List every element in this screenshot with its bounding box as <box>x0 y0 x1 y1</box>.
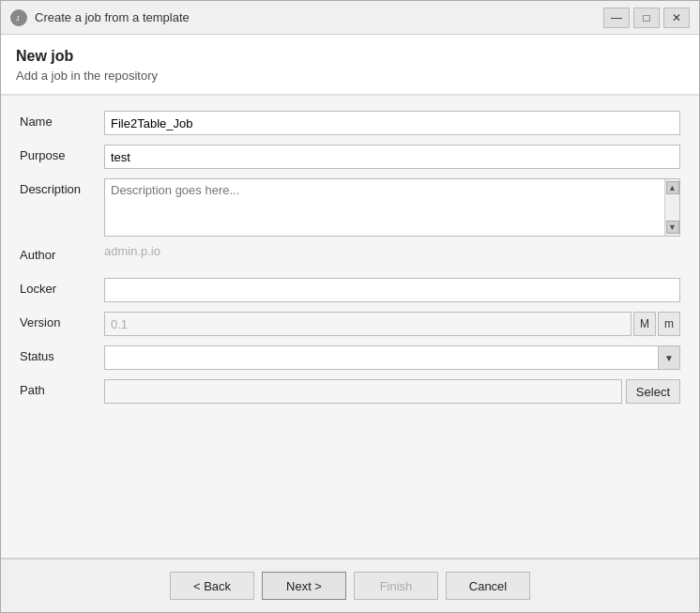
description-row: Description ▲ ▼ <box>20 178 680 237</box>
status-select[interactable]: Draft Released Deprecated <box>104 345 680 370</box>
path-input[interactable] <box>104 379 622 404</box>
purpose-label: Purpose <box>20 145 104 162</box>
path-wrapper: Select <box>104 379 680 404</box>
footer: < Back Next > Finish Cancel <box>1 558 699 612</box>
name-input[interactable] <box>104 111 680 135</box>
locker-control <box>104 278 680 302</box>
description-label: Description <box>20 178 104 196</box>
author-control: admin.p.io <box>104 244 680 258</box>
form-section: Name Purpose Description ▲ <box>1 96 699 558</box>
version-row: Version M m <box>20 312 680 338</box>
version-label: Version <box>20 312 104 329</box>
back-button[interactable]: < Back <box>170 572 254 600</box>
author-label: Author <box>20 244 104 262</box>
purpose-row: Purpose <box>20 145 680 171</box>
content-area: New job Add a job in the repository Name… <box>1 35 699 558</box>
version-wrapper: M m <box>104 312 680 336</box>
status-wrapper: Draft Released Deprecated ▼ <box>104 345 680 370</box>
page-title: New job <box>16 48 684 65</box>
name-label: Name <box>20 111 104 129</box>
scroll-up-btn[interactable]: ▲ <box>666 181 679 194</box>
title-bar: J Create a job from a template — □ ✕ <box>1 1 699 35</box>
scroll-down-btn[interactable]: ▼ <box>666 221 679 234</box>
status-row: Status Draft Released Deprecated ▼ <box>20 345 680 372</box>
purpose-input[interactable] <box>104 145 680 169</box>
finish-button: Finish <box>354 572 438 600</box>
path-row: Path Select <box>20 379 680 406</box>
version-minor-button[interactable]: m <box>658 312 680 336</box>
window-title: Create a job from a template <box>35 10 190 24</box>
description-wrapper: ▲ ▼ <box>104 178 680 237</box>
main-window: J Create a job from a template — □ ✕ New… <box>0 0 700 613</box>
version-input[interactable] <box>104 312 632 336</box>
cancel-button[interactable]: Cancel <box>446 572 530 600</box>
locker-input[interactable] <box>104 278 680 302</box>
page-subtitle: Add a job in the repository <box>16 69 684 83</box>
window-controls: — □ ✕ <box>603 8 690 28</box>
close-button[interactable]: ✕ <box>663 8 690 28</box>
app-icon: J <box>10 9 27 26</box>
path-label: Path <box>20 379 104 397</box>
next-button[interactable]: Next > <box>262 572 346 600</box>
maximize-button[interactable]: □ <box>633 8 660 28</box>
locker-label: Locker <box>20 278 104 296</box>
author-row: Author admin.p.io <box>20 244 680 270</box>
description-textarea[interactable] <box>105 179 664 236</box>
name-row: Name <box>20 111 680 137</box>
status-label: Status <box>20 345 104 363</box>
locker-row: Locker <box>20 278 680 304</box>
svg-text:J: J <box>16 15 20 22</box>
minimize-button[interactable]: — <box>603 8 630 28</box>
title-bar-left: J Create a job from a template <box>10 9 190 26</box>
version-major-button[interactable]: M <box>633 312 656 336</box>
header-section: New job Add a job in the repository <box>1 35 699 96</box>
name-control <box>104 111 680 135</box>
author-value: admin.p.io <box>104 240 160 258</box>
path-select-button[interactable]: Select <box>626 379 680 404</box>
description-scrollbar: ▲ ▼ <box>664 179 679 236</box>
purpose-control <box>104 145 680 169</box>
